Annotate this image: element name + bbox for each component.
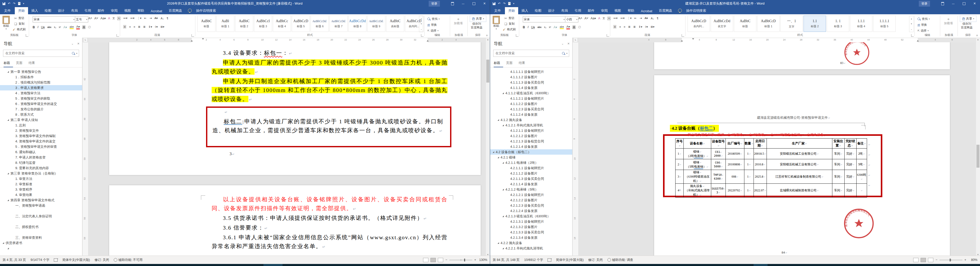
addins-button[interactable]: ●加载项 <box>454 17 463 25</box>
search-input[interactable] <box>5 51 72 55</box>
nav-item[interactable]: 5．资格预审申请文件的审查 <box>0 144 82 149</box>
minimize-icon[interactable]: — <box>458 0 468 7</box>
share-button[interactable]: 🖆共享▾ <box>960 16 977 22</box>
borders-icon[interactable]: ⊞▾ <box>161 25 164 28</box>
nav-item[interactable]: 2．项目概况与招标范围 <box>0 80 82 85</box>
nav-item[interactable]: 4.1.1.1.2 设备图片 <box>490 74 572 80</box>
style-chip-4[interactable]: AaBbCc标题 4 <box>273 16 291 32</box>
search-dropdown-icon[interactable]: ▾ <box>566 52 567 54</box>
track-changes-indicator[interactable]: 修订: 关闭 <box>588 258 603 262</box>
nav-item[interactable]: 4.2.2 抛丸设备 <box>490 240 572 245</box>
borders-icon[interactable]: ⊞▾ <box>651 25 654 28</box>
tab-1[interactable]: 开始 <box>15 7 28 14</box>
show-marks-icon[interactable]: ¶ <box>657 17 659 20</box>
numbering-icon[interactable]: ≕▾ <box>130 17 135 20</box>
vertical-ruler[interactable]: 424446485052545658 <box>83 42 89 257</box>
change-case-icon[interactable]: Aa▾ <box>100 17 106 20</box>
text-effects-icon[interactable]: A▾ <box>64 25 67 29</box>
tab-file[interactable]: 文件 <box>0 7 15 14</box>
style-chip-8[interactable]: 1.1.1.1标题 5 <box>873 16 896 32</box>
tell-me-search[interactable]: 操作说明搜索 <box>683 7 710 14</box>
tab-5[interactable]: 布局 <box>558 7 571 14</box>
font-name-select[interactable]: 宋体▾ <box>33 16 75 22</box>
nav-item[interactable]: 二、授权委托书 <box>0 224 82 230</box>
nav-item[interactable]: 三、资格审查资料 <box>0 235 82 240</box>
style-chip-2[interactable]: AaBbC标题 <box>734 16 756 32</box>
bullets-icon[interactable]: ≔▾ <box>123 17 127 20</box>
tab-1[interactable]: 开始 <box>505 7 518 14</box>
nav-item[interactable]: 4.2.1.2.4 设备发票 <box>490 208 572 214</box>
redo-icon[interactable]: ↷ <box>13 2 16 5</box>
print-layout-icon[interactable] <box>921 258 926 262</box>
superscript-icon[interactable]: x² <box>59 26 61 28</box>
zoom-level[interactable]: 80% <box>968 258 977 262</box>
nav-item[interactable]: 4.1.2.1.2 设备图片 <box>490 133 572 139</box>
justify-icon[interactable]: ≣ <box>628 25 630 28</box>
nav-item[interactable]: 4.2.1.1 电液锤（2吨） <box>490 160 572 165</box>
nav-item[interactable]: 4.2.1.1.2 设备图片 <box>490 171 572 176</box>
expand-arrow-icon[interactable] <box>3 242 4 244</box>
distribute-icon[interactable]: ≣ <box>633 25 635 28</box>
web-layout-icon[interactable] <box>438 258 443 262</box>
nav-item[interactable]: 4.2.1.1.1 设备铭牌照片 <box>490 165 572 171</box>
minimize-icon[interactable]: — <box>948 0 959 7</box>
style-chip-1[interactable]: AaBbCcDd表文字 <box>711 16 733 32</box>
expand-arrow-icon[interactable] <box>7 173 9 174</box>
taskbar[interactable] <box>0 264 980 266</box>
word-count[interactable]: 9/14774 个字 <box>30 258 49 262</box>
tab-9[interactable]: 视图 <box>121 7 134 14</box>
zoom-slider[interactable] <box>449 260 472 260</box>
line-spacing-icon[interactable]: ⇕▾ <box>148 25 152 28</box>
close-icon[interactable]: × <box>969 0 980 7</box>
nav-item[interactable]: 4.1.1.2.2 设备图片 <box>490 101 572 106</box>
tab-6[interactable]: 引用 <box>571 7 584 14</box>
nav-item[interactable]: 8．联系方式 <box>0 112 82 117</box>
phonetic-guide-icon[interactable]: 文 <box>603 17 605 20</box>
accessibility-status[interactable]: 辅助功能: 不可用 <box>119 258 143 262</box>
addins-button[interactable]: ●加载项 <box>944 17 953 25</box>
zoom-out-icon[interactable]: − <box>935 258 937 262</box>
char-shading-icon[interactable]: A <box>83 25 86 29</box>
style-chip-4[interactable]: 一、1文字 <box>780 16 803 32</box>
save-icon[interactable] <box>3 2 5 5</box>
justify-icon[interactable]: ≣ <box>138 25 140 28</box>
expand-arrow-icon[interactable] <box>498 242 499 244</box>
strikethrough-icon[interactable]: abc <box>537 26 541 28</box>
nav-item[interactable]: 4.2.1.1.3 设备买卖合同 <box>490 176 572 181</box>
nav-item[interactable]: 8. 纪律与监督 <box>0 160 82 165</box>
tab-selector[interactable]: L <box>573 38 578 42</box>
sort-icon[interactable]: A↓ <box>651 17 654 20</box>
qat-customize-icon[interactable]: ▾ <box>513 3 514 5</box>
vertical-scrollbar[interactable]: ▲▼ <box>976 38 980 257</box>
align-center-icon[interactable]: ≡ <box>619 25 621 28</box>
tab-10[interactable]: 帮助 <box>624 7 638 14</box>
tab-10[interactable]: 帮助 <box>134 7 147 14</box>
expand-arrow-icon[interactable] <box>7 200 9 201</box>
styles-up-icon[interactable]: ▴ <box>421 17 422 20</box>
expand-arrow-icon[interactable] <box>7 119 9 121</box>
underline-icon[interactable]: U▾ <box>41 25 45 29</box>
nav-item[interactable]: 3. 资格预审申请文件的编制 <box>0 133 82 139</box>
sort-icon[interactable]: A↓ <box>161 17 164 20</box>
font-color-icon[interactable]: A▾ <box>76 25 80 29</box>
tab-6[interactable]: 引用 <box>81 7 94 14</box>
strikethrough-icon[interactable]: abc <box>47 26 51 28</box>
font-name-select[interactable]: 宋体▾ <box>523 16 566 22</box>
asian-layout-icon[interactable]: ₳▾ <box>154 17 158 20</box>
multilevel-list-icon[interactable]: ⋮▾ <box>137 17 142 20</box>
chevron-down-icon[interactable]: ⌄ <box>562 42 564 45</box>
text-highlight-icon[interactable]: ab▾ <box>70 25 74 29</box>
tab-9[interactable]: 视图 <box>611 7 624 14</box>
char-shading-icon[interactable]: A <box>573 25 576 29</box>
find-button[interactable]: 查找▾ <box>918 16 930 21</box>
nav-item[interactable]: 4.2.1 锻锤 <box>490 155 572 160</box>
language-indicator[interactable]: 简体中文(中国大陆) <box>556 258 584 262</box>
text-effects-icon[interactable]: A▾ <box>554 25 557 29</box>
style-chip-9[interactable]: AaBbCcDd.标题 9 <box>367 16 385 32</box>
read-mode-icon[interactable] <box>423 258 428 262</box>
font-size-select[interactable]: 五号▾ <box>75 16 88 22</box>
track-changes-indicator[interactable]: 修订: 关闭 <box>95 258 109 262</box>
tab-4[interactable]: 设计 <box>545 7 558 14</box>
print-layout-icon[interactable] <box>430 258 436 262</box>
nav-item[interactable]: 4.1.2.1.3 设备租赁合同 <box>490 139 572 144</box>
